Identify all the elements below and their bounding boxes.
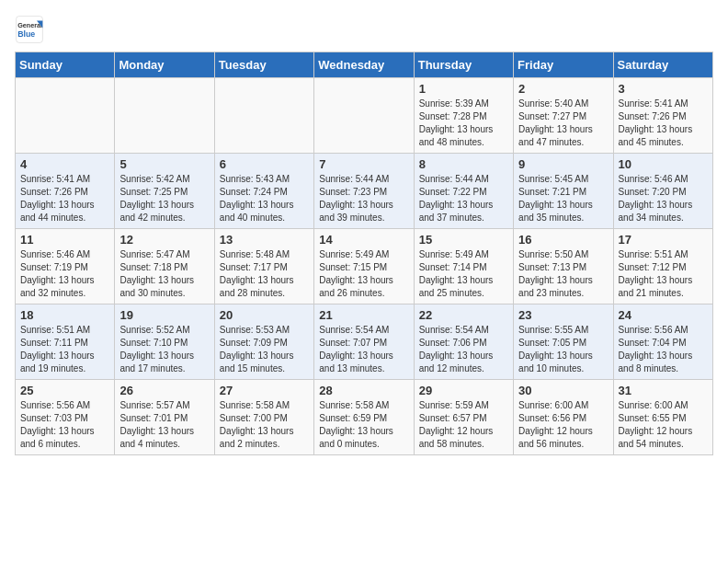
day-number: 27 (220, 384, 309, 397)
calendar-cell (16, 78, 115, 154)
day-info: Sunrise: 5:41 AM Sunset: 7:26 PM Dayligh… (619, 98, 708, 149)
day-number: 7 (319, 157, 408, 171)
calendar-cell: 4Sunrise: 5:41 AM Sunset: 7:26 PM Daylig… (16, 154, 115, 229)
day-number: 19 (119, 308, 209, 322)
day-info: Sunrise: 5:56 AM Sunset: 7:03 PM Dayligh… (20, 399, 109, 451)
day-number: 15 (419, 233, 508, 247)
weekday-header-monday: Monday (115, 52, 214, 78)
day-info: Sunrise: 5:39 AM Sunset: 7:28 PM Dayligh… (419, 98, 508, 149)
calendar-cell: 5Sunrise: 5:42 AM Sunset: 7:25 PM Daylig… (115, 154, 214, 229)
day-number: 21 (319, 308, 408, 322)
day-info: Sunrise: 5:41 AM Sunset: 7:26 PM Dayligh… (20, 173, 109, 224)
calendar-cell: 7Sunrise: 5:44 AM Sunset: 7:23 PM Daylig… (314, 154, 414, 229)
day-info: Sunrise: 5:51 AM Sunset: 7:11 PM Dayligh… (20, 324, 109, 375)
day-info: Sunrise: 5:43 AM Sunset: 7:24 PM Dayligh… (220, 173, 309, 224)
calendar-cell: 3Sunrise: 5:41 AM Sunset: 7:26 PM Daylig… (613, 78, 712, 154)
weekday-header-sunday: Sunday (16, 52, 115, 78)
day-number: 18 (20, 308, 109, 322)
weekday-header-friday: Friday (514, 52, 613, 78)
weekday-header-tuesday: Tuesday (214, 52, 313, 78)
calendar-cell: 20Sunrise: 5:53 AM Sunset: 7:09 PM Dayli… (214, 304, 313, 380)
day-number: 3 (619, 82, 708, 96)
day-info: Sunrise: 5:48 AM Sunset: 7:17 PM Dayligh… (220, 248, 309, 300)
calendar-cell (214, 78, 313, 154)
day-info: Sunrise: 5:59 AM Sunset: 6:57 PM Dayligh… (419, 399, 508, 451)
day-number: 10 (619, 157, 708, 171)
calendar-week-row: 18Sunrise: 5:51 AM Sunset: 7:11 PM Dayli… (16, 304, 713, 380)
calendar-cell: 17Sunrise: 5:51 AM Sunset: 7:12 PM Dayli… (613, 229, 712, 304)
day-info: Sunrise: 5:46 AM Sunset: 7:19 PM Dayligh… (20, 248, 109, 300)
calendar-cell: 23Sunrise: 5:55 AM Sunset: 7:05 PM Dayli… (514, 304, 613, 380)
calendar-cell: 13Sunrise: 5:48 AM Sunset: 7:17 PM Dayli… (214, 229, 313, 304)
weekday-header-wednesday: Wednesday (314, 52, 414, 78)
calendar-cell: 25Sunrise: 5:56 AM Sunset: 7:03 PM Dayli… (16, 380, 115, 455)
calendar-cell: 29Sunrise: 5:59 AM Sunset: 6:57 PM Dayli… (414, 380, 513, 455)
calendar-week-row: 11Sunrise: 5:46 AM Sunset: 7:19 PM Dayli… (16, 229, 713, 304)
day-number: 14 (319, 233, 408, 247)
calendar-cell: 27Sunrise: 5:58 AM Sunset: 7:00 PM Dayli… (214, 380, 313, 455)
day-number: 12 (119, 233, 209, 247)
day-info: Sunrise: 5:53 AM Sunset: 7:09 PM Dayligh… (220, 324, 309, 375)
day-info: Sunrise: 5:47 AM Sunset: 7:18 PM Dayligh… (119, 248, 209, 300)
calendar-cell: 12Sunrise: 5:47 AM Sunset: 7:18 PM Dayli… (115, 229, 214, 304)
day-info: Sunrise: 5:50 AM Sunset: 7:13 PM Dayligh… (518, 248, 608, 300)
calendar-cell: 21Sunrise: 5:54 AM Sunset: 7:07 PM Dayli… (314, 304, 414, 380)
day-info: Sunrise: 5:51 AM Sunset: 7:12 PM Dayligh… (619, 248, 708, 300)
day-info: Sunrise: 5:55 AM Sunset: 7:05 PM Dayligh… (518, 324, 608, 375)
weekday-header-row: SundayMondayTuesdayWednesdayThursdayFrid… (16, 52, 713, 78)
day-number: 9 (518, 157, 608, 171)
day-number: 29 (419, 384, 508, 397)
day-info: Sunrise: 6:00 AM Sunset: 6:55 PM Dayligh… (619, 399, 708, 451)
day-info: Sunrise: 5:52 AM Sunset: 7:10 PM Dayligh… (119, 324, 209, 375)
calendar-table: SundayMondayTuesdayWednesdayThursdayFrid… (15, 52, 713, 455)
day-info: Sunrise: 5:45 AM Sunset: 7:21 PM Dayligh… (518, 173, 608, 224)
logo: General Blue (15, 15, 48, 44)
day-info: Sunrise: 5:49 AM Sunset: 7:14 PM Dayligh… (419, 248, 508, 300)
calendar-cell: 18Sunrise: 5:51 AM Sunset: 7:11 PM Dayli… (16, 304, 115, 380)
svg-text:Blue: Blue (17, 29, 35, 39)
calendar-cell: 26Sunrise: 5:57 AM Sunset: 7:01 PM Dayli… (115, 380, 214, 455)
day-number: 30 (518, 384, 608, 397)
calendar-cell: 28Sunrise: 5:58 AM Sunset: 6:59 PM Dayli… (314, 380, 414, 455)
day-info: Sunrise: 5:57 AM Sunset: 7:01 PM Dayligh… (119, 399, 209, 451)
calendar-week-row: 25Sunrise: 5:56 AM Sunset: 7:03 PM Dayli… (16, 380, 713, 455)
day-number: 2 (518, 82, 608, 96)
weekday-header-thursday: Thursday (414, 52, 513, 78)
day-info: Sunrise: 5:58 AM Sunset: 7:00 PM Dayligh… (220, 399, 309, 451)
calendar-cell: 11Sunrise: 5:46 AM Sunset: 7:19 PM Dayli… (16, 229, 115, 304)
day-number: 5 (119, 157, 209, 171)
day-info: Sunrise: 5:44 AM Sunset: 7:23 PM Dayligh… (319, 173, 408, 224)
day-number: 26 (119, 384, 209, 397)
day-number: 1 (419, 82, 508, 96)
calendar-cell: 8Sunrise: 5:44 AM Sunset: 7:22 PM Daylig… (414, 154, 513, 229)
day-info: Sunrise: 5:40 AM Sunset: 7:27 PM Dayligh… (518, 98, 608, 149)
day-info: Sunrise: 5:46 AM Sunset: 7:20 PM Dayligh… (619, 173, 708, 224)
calendar-cell: 10Sunrise: 5:46 AM Sunset: 7:20 PM Dayli… (613, 154, 712, 229)
day-number: 25 (20, 384, 109, 397)
day-number: 24 (619, 308, 708, 322)
calendar-cell: 1Sunrise: 5:39 AM Sunset: 7:28 PM Daylig… (414, 78, 513, 154)
calendar-cell (115, 78, 214, 154)
day-info: Sunrise: 6:00 AM Sunset: 6:56 PM Dayligh… (518, 399, 608, 451)
calendar-week-row: 4Sunrise: 5:41 AM Sunset: 7:26 PM Daylig… (16, 154, 713, 229)
calendar-cell: 15Sunrise: 5:49 AM Sunset: 7:14 PM Dayli… (414, 229, 513, 304)
calendar-cell: 19Sunrise: 5:52 AM Sunset: 7:10 PM Dayli… (115, 304, 214, 380)
calendar-cell: 14Sunrise: 5:49 AM Sunset: 7:15 PM Dayli… (314, 229, 414, 304)
day-number: 6 (220, 157, 309, 171)
day-number: 17 (619, 233, 708, 247)
day-number: 4 (20, 157, 109, 171)
day-info: Sunrise: 5:58 AM Sunset: 6:59 PM Dayligh… (319, 399, 408, 451)
calendar-cell: 6Sunrise: 5:43 AM Sunset: 7:24 PM Daylig… (214, 154, 313, 229)
calendar-cell: 2Sunrise: 5:40 AM Sunset: 7:27 PM Daylig… (514, 78, 613, 154)
day-number: 23 (518, 308, 608, 322)
day-number: 13 (220, 233, 309, 247)
day-number: 11 (20, 233, 109, 247)
logo-icon: General Blue (15, 15, 44, 44)
weekday-header-saturday: Saturday (613, 52, 712, 78)
day-number: 28 (319, 384, 408, 397)
day-info: Sunrise: 5:54 AM Sunset: 7:07 PM Dayligh… (319, 324, 408, 375)
day-number: 8 (419, 157, 508, 171)
day-info: Sunrise: 5:54 AM Sunset: 7:06 PM Dayligh… (419, 324, 508, 375)
day-info: Sunrise: 5:56 AM Sunset: 7:04 PM Dayligh… (619, 324, 708, 375)
calendar-cell: 22Sunrise: 5:54 AM Sunset: 7:06 PM Dayli… (414, 304, 513, 380)
